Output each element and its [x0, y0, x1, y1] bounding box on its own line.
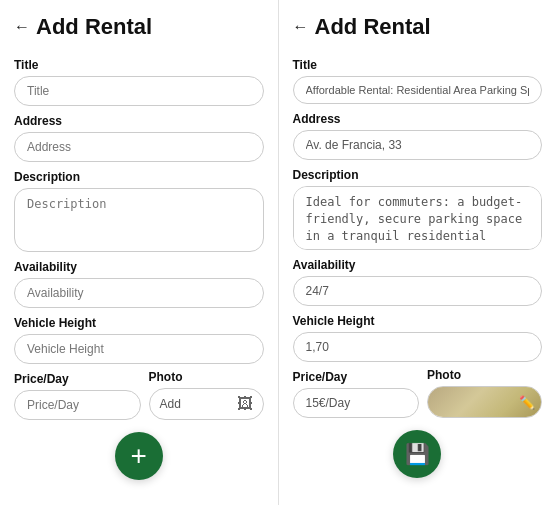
photo-thumbnail-inner: ✏️ [428, 387, 541, 417]
description-input-filled[interactable]: Ideal for commuters: a budget-friendly, … [293, 186, 543, 250]
title-input-filled[interactable] [293, 76, 543, 104]
title-input-empty[interactable] [14, 76, 264, 106]
vehicle-height-label-empty: Vehicle Height [14, 316, 264, 330]
availability-input-filled[interactable] [293, 276, 543, 306]
vehicle-height-input-empty[interactable] [14, 334, 264, 364]
photo-icon-empty: 🖼 [237, 395, 253, 413]
back-arrow-empty[interactable]: ← [14, 18, 30, 36]
vehicle-height-input-filled[interactable] [293, 332, 543, 362]
description-input-empty[interactable] [14, 188, 264, 252]
title-label-filled: Title [293, 58, 543, 72]
photo-thumbnail[interactable]: ✏️ [427, 386, 542, 418]
price-label-empty: Price/Day [14, 372, 141, 386]
page-title-filled: Add Rental [315, 14, 431, 40]
photo-label-empty: Photo [149, 370, 264, 384]
page-title-empty: Add Rental [36, 14, 152, 40]
header-filled: ← Add Rental [293, 14, 543, 40]
vehicle-height-label-filled: Vehicle Height [293, 314, 543, 328]
address-input-filled[interactable] [293, 130, 543, 160]
price-label-filled: Price/Day [293, 370, 420, 384]
price-input-empty[interactable] [14, 390, 141, 420]
edit-photo-icon: ✏️ [519, 395, 535, 410]
availability-label-empty: Availability [14, 260, 264, 274]
description-label-filled: Description [293, 168, 543, 182]
add-fab-icon: + [131, 440, 147, 472]
add-fab-button[interactable]: + [115, 432, 163, 480]
save-fab-button[interactable]: 💾 [393, 430, 441, 478]
save-fab-icon: 💾 [405, 442, 430, 466]
price-input-filled[interactable] [293, 388, 420, 418]
back-arrow-filled[interactable]: ← [293, 18, 309, 36]
title-label-empty: Title [14, 58, 264, 72]
photo-add-button-empty[interactable]: Add 🖼 [149, 388, 264, 420]
description-label-empty: Description [14, 170, 264, 184]
address-input-empty[interactable] [14, 132, 264, 162]
address-label-filled: Address [293, 112, 543, 126]
availability-label-filled: Availability [293, 258, 543, 272]
address-label-empty: Address [14, 114, 264, 128]
photo-label-filled: Photo [427, 368, 542, 382]
filled-form-screen: ← Add Rental Title Address Description I… [279, 0, 557, 505]
photo-add-label-empty: Add [160, 397, 181, 411]
availability-input-empty[interactable] [14, 278, 264, 308]
empty-form-screen: ← Add Rental Title Address Description A… [0, 0, 279, 505]
header-empty: ← Add Rental [14, 14, 264, 40]
